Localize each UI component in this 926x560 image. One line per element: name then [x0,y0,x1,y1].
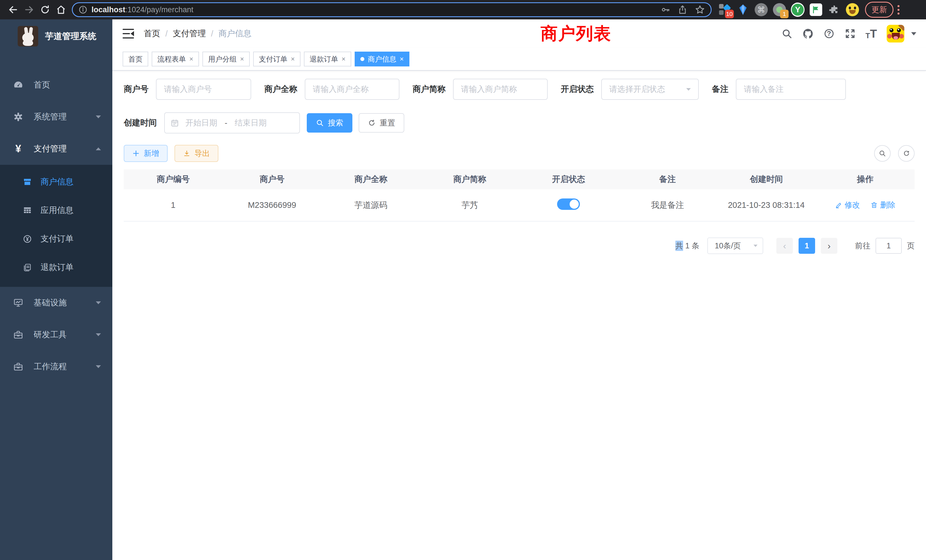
remark-input[interactable] [736,79,846,100]
refresh-table-button[interactable] [898,145,915,162]
extension-emoji-icon[interactable] [846,3,859,17]
col-merchant-id: 商户编号 [124,170,222,189]
sidebar-item-refund-order[interactable]: 退款订单 [0,253,112,282]
extension-y-icon[interactable]: Y [791,3,805,17]
extension-recorder-icon[interactable]: 1 [773,3,786,17]
sidebar-item-payment[interactable]: ¥ 支付管理 [0,133,112,165]
delete-link[interactable]: 删除 [870,200,896,210]
prev-page-button[interactable]: ‹ [776,238,793,254]
extension-badge: 1 [780,10,788,18]
refresh-icon [368,119,376,127]
bookmark-star-icon[interactable] [695,5,705,15]
tab-refund-order[interactable]: 退款订单× [304,51,351,67]
page-size-select[interactable]: 10条/页 [707,238,763,254]
status-toggle[interactable] [557,198,580,210]
short-name-input[interactable] [453,79,548,100]
cell-create-time: 2021-10-23 08:31:14 [717,189,816,221]
col-merchant-no: 商户号 [222,170,322,189]
show-search-toggle-button[interactable] [874,145,891,162]
yen-icon: ¥ [12,143,24,155]
export-button[interactable]: 导出 [174,145,218,162]
plus-icon [132,150,140,157]
extensions-puzzle-icon[interactable] [828,3,841,17]
tab-pay-order[interactable]: 支付订单× [253,51,301,67]
sidebar-item-home[interactable]: 首页 [0,69,112,101]
tab-user-group[interactable]: 用户分组× [203,51,250,67]
merchant-table: 商户编号 商户号 商户全称 商户简称 开启状态 备注 创建时间 操作 1 M23… [124,170,915,221]
user-avatar[interactable] [887,25,904,42]
create-time-range-picker[interactable]: 开始日期 - 结束日期 [164,112,300,133]
extension-gem-icon[interactable] [736,3,750,17]
col-actions: 操作 [816,170,915,189]
search-button[interactable]: 搜索 [307,113,353,133]
col-full-name: 商户全称 [322,170,421,189]
tab-home[interactable]: 首页 [123,51,148,67]
browser-forward-button[interactable] [21,2,37,18]
browser-back-button[interactable] [5,2,21,18]
full-name-input[interactable] [305,79,399,100]
edit-link[interactable]: 修改 [835,200,860,210]
sidebar-item-pay-order[interactable]: 支付订单 [0,225,112,253]
page-number-1[interactable]: 1 [799,238,815,254]
next-page-button[interactable]: › [821,238,837,254]
breadcrumb-current: 商户信息 [218,28,251,39]
end-date-placeholder[interactable]: 结束日期 [235,118,266,128]
status-select[interactable]: 请选择开启状态 [601,79,699,100]
tags-view-bar: 首页 流程表单× 用户分组× 支付订单× 退款订单× 商户信息× [112,48,926,71]
browser-refresh-button[interactable] [37,2,53,18]
close-icon[interactable]: × [240,55,244,63]
sidebar-item-system[interactable]: 系统管理 [0,101,112,133]
browser-home-button[interactable] [53,2,69,18]
page-annotation-title: 商户列表 [540,22,611,45]
breadcrumb-payment[interactable]: 支付管理 [173,28,206,39]
close-icon[interactable]: × [400,55,404,63]
pencil-icon [835,201,843,209]
close-icon[interactable]: × [342,55,345,63]
chevron-down-icon [686,88,691,91]
toolbox-icon [12,362,24,372]
add-button[interactable]: 新增 [124,145,168,162]
browser-menu-icon[interactable] [897,5,899,15]
pagination: 共 1 条 10条/页 ‹ 1 › 前往 页 [124,238,915,254]
chevron-down-icon [754,245,758,247]
sidebar-item-app-info[interactable]: 应用信息 [0,196,112,225]
sidebar-item-label: 应用信息 [41,205,74,216]
payment-submenu: 商户信息 应用信息 支付订单 [0,165,112,287]
extension-tabs-icon[interactable]: 10 [718,3,732,17]
cell-full-name: 芋道源码 [322,189,421,221]
sidebar-item-dev-tools[interactable]: 研发工具 [0,319,112,351]
reset-button[interactable]: 重置 [359,113,404,133]
app-logo[interactable]: 芋道管理系统 [0,20,112,53]
help-icon[interactable]: ? [823,28,835,39]
fullscreen-icon[interactable] [844,28,856,39]
font-size-icon[interactable]: TT [865,27,877,40]
share-icon[interactable] [678,5,687,15]
avatar-caret-icon[interactable] [911,32,916,35]
sidebar-collapse-icon[interactable] [123,29,134,38]
github-icon[interactable] [802,28,814,39]
extension-flag-icon[interactable] [809,3,823,17]
sidebar-item-workflow[interactable]: 工作流程 [0,351,112,383]
tab-merchant-info[interactable]: 商户信息× [355,51,409,67]
goto-page-input[interactable] [876,238,902,254]
header-search-icon[interactable] [781,28,793,39]
toolbox-icon [12,330,24,340]
tab-process-form[interactable]: 流程表单× [152,51,199,67]
address-bar[interactable]: localhost:1024/pay/merchant [72,2,712,17]
cell-merchant-id: 1 [124,189,222,221]
monitor-icon [12,298,24,308]
sidebar-item-infrastructure[interactable]: 基础设施 [0,287,112,319]
site-info-icon[interactable] [79,5,88,14]
calendar-icon [171,119,179,127]
close-icon[interactable]: × [189,55,193,63]
merchant-no-input[interactable] [156,79,251,100]
browser-update-button[interactable]: 更新 [865,2,894,18]
close-icon[interactable]: × [291,55,295,63]
extension-command-icon[interactable]: ⌘ [754,3,768,17]
col-create-time: 创建时间 [717,170,816,189]
start-date-placeholder[interactable]: 开始日期 [185,118,217,128]
password-key-icon[interactable] [661,5,670,15]
breadcrumb-home[interactable]: 首页 [144,28,160,39]
sidebar-item-merchant-info[interactable]: 商户信息 [0,168,112,196]
chevron-down-icon [96,365,101,368]
